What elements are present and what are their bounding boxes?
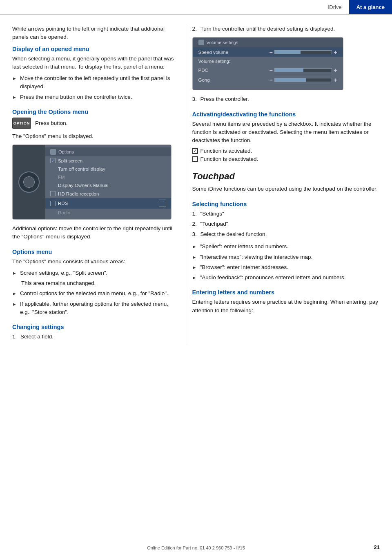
options-icon <box>50 149 56 155</box>
section-display-heading: Display of an opened menu <box>12 46 178 52</box>
bullet-arrow-icon: ► <box>12 75 17 82</box>
bullet-arrow-icon: ► <box>12 94 17 101</box>
section-options-heading: Opening the Options menu <box>12 109 178 115</box>
press-label: Press button. <box>35 120 68 126</box>
speed-volume-bar: − + <box>270 49 337 56</box>
entering-body: Entering letters requires some practice … <box>192 298 380 315</box>
checkbox-unchecked-icon <box>192 156 198 162</box>
gong-bar: − + <box>270 77 337 83</box>
bullet-arrow-icon: ► <box>192 243 197 250</box>
tab-ataglance[interactable]: At a glance <box>349 0 392 14</box>
volume-title: Volume settings <box>207 40 238 45</box>
footer-text: Online Edition for Part no. 01 40 2 960 … <box>147 545 245 550</box>
volume-menu-mock: Volume settings Speed volume − + Volume … <box>193 38 343 90</box>
pdc-bar: − + <box>270 67 337 73</box>
section-selecting-heading: Selecting functions <box>192 201 380 207</box>
selecting-bullets: ► "Speller": enter letters and numbers. … <box>192 242 380 282</box>
section-optionsmenu-heading: Options menu <box>12 249 178 255</box>
option-button-img: OPTION <box>12 118 31 129</box>
step-item: 3. Select the desired function. <box>192 230 380 238</box>
options-menu-inner: Options ✓ Split screen Turn off control … <box>13 145 171 219</box>
function-deactivated-row: Function is deactivated. <box>192 156 380 162</box>
intro-text: White arrows pointing to the left or rig… <box>12 25 178 42</box>
header-tabs: iDrive At a glance <box>321 0 392 14</box>
uncheck-icon-rds <box>50 201 56 206</box>
footer: Online Edition for Part no. 01 40 2 960 … <box>0 545 392 550</box>
bullet-item: ► Control options for the selected main … <box>12 289 178 298</box>
pdc-bar-el <box>274 68 332 72</box>
controller-inner <box>23 176 35 188</box>
volume-title-bar: Volume settings <box>193 38 343 47</box>
func-activated-label: Function is activated. <box>200 148 252 154</box>
bullet-item: ► "Interactive map": viewing the interac… <box>192 253 380 261</box>
bullet-item: ► Move the controller to the left repeat… <box>12 74 178 91</box>
changing-steps: 1. Select a field. <box>12 333 178 341</box>
volume-pdc: PDC − + <box>193 65 343 75</box>
bullet-item: ► "Browser": enter Internet addresses. <box>192 263 380 271</box>
bullet-item: ► Press the menu button on the controlle… <box>12 93 178 101</box>
options-menu-bullets: ► Screen settings, e.g., "Split screen".… <box>12 269 178 316</box>
display-bullets: ► Move the controller to the left repeat… <box>12 74 178 101</box>
selecting-steps: 1. "Settings" 2. "Touchpad" 3. Select th… <box>192 210 380 239</box>
func-deactivated-label: Function is deactivated. <box>200 156 258 162</box>
bullet-item: ► Screen settings, e.g., "Split screen". <box>12 269 178 277</box>
step-item: 2. Turn the controller until the desired… <box>192 25 380 33</box>
right-steps-top: 2. Turn the controller until the desired… <box>192 25 380 33</box>
uncheck-icon <box>50 191 56 196</box>
volume-label-row: Volume setting: <box>193 57 343 65</box>
checkbox-checked-icon <box>192 148 198 154</box>
options-title-bar: Options <box>45 147 171 156</box>
options-item-rds: RDS <box>45 198 171 209</box>
options-item-hd: HD Radio reception <box>45 189 171 198</box>
step-item: 1. Select a field. <box>12 333 178 341</box>
options-menu-body: The "Options" menu consists of various a… <box>12 258 178 266</box>
function-activated-row: Function is activated. <box>192 148 380 154</box>
touchpad-heading: Touchpad <box>192 171 380 182</box>
bullet-item: This area remains unchanged. <box>21 279 178 287</box>
volume-icon <box>198 40 204 45</box>
page-number: 21 <box>374 544 380 550</box>
volume-speed: Speed volume − + <box>193 47 343 57</box>
additional-options-text: Additional options: move the controller … <box>12 225 178 241</box>
speed-bar <box>274 50 332 54</box>
bullet-arrow-icon: ► <box>192 264 197 271</box>
section-entering-heading: Entering letters and numbers <box>192 289 380 296</box>
bullet-arrow-icon: ► <box>12 270 17 277</box>
right-steps-bottom: 3. Press the controller. <box>192 95 380 103</box>
options-menu-mock: Options ✓ Split screen Turn off control … <box>13 145 171 219</box>
controller-circle <box>18 171 40 193</box>
bullet-item: ► "Speller": enter letters and numbers. <box>192 242 380 251</box>
header: iDrive At a glance <box>0 0 392 15</box>
touchpad-intro: Some iDrive functions can be operated us… <box>192 185 380 193</box>
step-item: 1. "Settings" <box>192 210 380 218</box>
bullet-arrow-icon: ► <box>192 274 197 281</box>
options-item-split: ✓ Split screen <box>45 156 171 165</box>
options-title: Options <box>58 149 74 154</box>
bullet-arrow-icon: ► <box>12 301 17 308</box>
options-item-turnoff: Turn off control display <box>45 165 171 173</box>
main-content: White arrows pointing to the left or rig… <box>0 15 392 357</box>
options-item-radio: Radio <box>45 209 171 217</box>
tab-idrive[interactable]: iDrive <box>321 0 349 14</box>
bullet-arrow-icon: ► <box>12 290 17 297</box>
activate-body: Several menu items are preceded by a che… <box>192 120 380 145</box>
check-icon: ✓ <box>50 158 56 163</box>
options-menu-screenshot: Options ✓ Split screen Turn off control … <box>12 145 172 220</box>
section-display-body: When selecting a menu, it generally open… <box>12 55 178 71</box>
right-column: 2. Turn the controller until the desired… <box>188 25 392 345</box>
left-column: White arrows pointing to the left or rig… <box>0 25 188 345</box>
bullet-item: ► "Audio feedback": pronounces entered l… <box>192 274 380 282</box>
bullet-arrow-icon: ► <box>192 254 197 261</box>
section-changing-heading: Changing settings <box>12 324 178 330</box>
step-item: 2. "Touchpad" <box>192 220 380 228</box>
rds-highlight-box <box>159 200 166 207</box>
volume-screenshot: Volume settings Speed volume − + Volume … <box>192 37 343 90</box>
press-button-row: OPTION Press button. <box>12 118 178 129</box>
options-item-owners: Display Owner's Manual <box>45 181 171 189</box>
section-activate-heading: Activating/deactivating the functions <box>192 111 380 118</box>
options-display-text: The "Options" menu is displayed. <box>12 132 178 140</box>
step-item: 3. Press the controller. <box>192 95 380 103</box>
bullet-item: ► If applicable, further operating optio… <box>12 300 178 317</box>
controller-side <box>13 145 45 219</box>
options-item-fm: FM <box>45 173 171 181</box>
